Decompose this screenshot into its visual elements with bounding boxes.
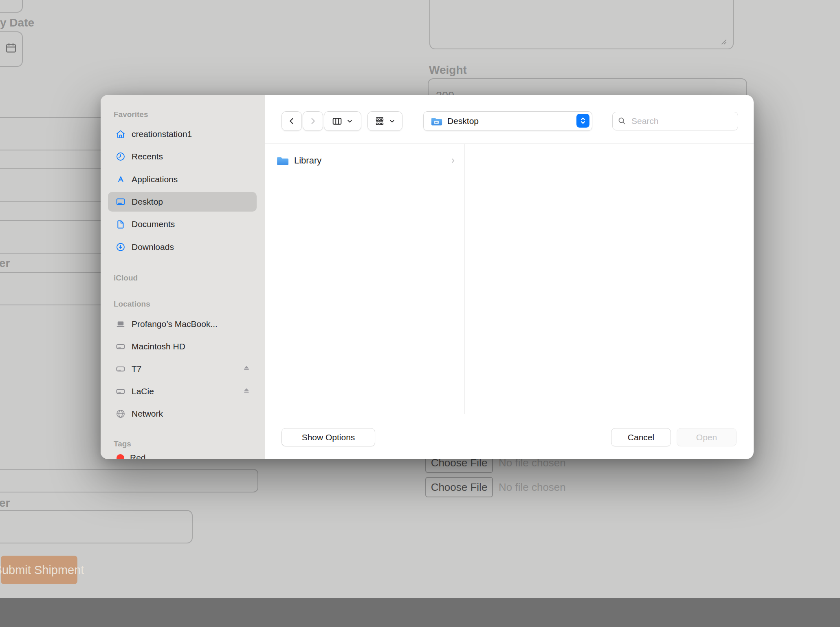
truncated-field-label: er: [0, 497, 10, 510]
hard-drive-icon: [115, 364, 126, 374]
favorites-header: Favorites: [114, 110, 148, 119]
notes-textarea[interactable]: [429, 0, 734, 49]
file-dialog: Favorites creationstation1 Recents Appli…: [101, 95, 754, 459]
file-row-library[interactable]: Library: [273, 150, 462, 171]
appstore-icon: [115, 174, 126, 185]
dialog-sidebar: Favorites creationstation1 Recents Appli…: [101, 95, 265, 459]
tags-header: Tags: [114, 439, 131, 448]
sidebar-item-t7[interactable]: T7: [108, 359, 257, 379]
globe-icon: [115, 408, 126, 419]
show-options-button[interactable]: Show Options: [281, 428, 375, 446]
column-view-icon: [332, 116, 343, 127]
toolbar-separator: [265, 144, 754, 144]
cancel-button[interactable]: Cancel: [611, 428, 671, 446]
sidebar-item-recents[interactable]: Recents: [108, 147, 257, 166]
resize-grip-icon[interactable]: [717, 35, 727, 45]
choose-file-button[interactable]: Choose File: [425, 477, 493, 497]
footer-separator: [265, 414, 754, 414]
partial-input-top-left[interactable]: [0, 0, 23, 13]
sidebar-item-desktop[interactable]: Desktop: [108, 192, 257, 212]
chevron-down-icon: [346, 117, 354, 125]
eject-icon[interactable]: [242, 364, 251, 373]
download-icon: [115, 242, 126, 252]
delivery-date-label: y Date: [0, 16, 34, 29]
chevron-left-icon: [287, 116, 297, 126]
location-label: Desktop: [447, 116, 479, 126]
sidebar-item-network[interactable]: Network: [108, 404, 257, 424]
search-field[interactable]: [612, 112, 738, 130]
location-stepper[interactable]: [576, 114, 589, 128]
clock-icon: [115, 151, 126, 162]
form-input-below-dialog[interactable]: [0, 469, 258, 492]
chevron-down-icon: [388, 117, 396, 125]
date-input[interactable]: [0, 31, 23, 67]
location-dropdown[interactable]: Desktop: [423, 111, 592, 131]
up-down-chevrons-icon: [578, 116, 588, 126]
sidebar-item-tag-red[interactable]: Red: [108, 448, 257, 459]
tracking-number-input[interactable]: [0, 510, 193, 543]
sidebar-item-macintosh-hd[interactable]: Macintosh HD: [108, 337, 257, 356]
icloud-header: iCloud: [114, 274, 138, 283]
eject-icon[interactable]: [242, 387, 251, 396]
document-icon: [115, 219, 126, 230]
open-button[interactable]: Open: [677, 428, 737, 446]
sidebar-item-lacie[interactable]: LaCie: [108, 382, 257, 401]
forward-button[interactable]: [303, 111, 323, 131]
hard-drive-icon: [115, 341, 126, 352]
locations-header: Locations: [114, 300, 150, 309]
chevron-right-icon: [308, 116, 318, 126]
submit-shipment-button[interactable]: Submit Shipment: [1, 556, 77, 584]
truncated-field-label: er: [0, 257, 10, 270]
sidebar-item-applications[interactable]: Applications: [108, 170, 257, 189]
sidebar-item-downloads[interactable]: Downloads: [108, 237, 257, 257]
hard-drive-icon: [115, 386, 126, 397]
grouping-icon: [374, 116, 385, 126]
weight-label: Weight: [429, 64, 467, 77]
folder-icon: [276, 154, 289, 167]
back-button[interactable]: [281, 111, 302, 131]
chevron-right-icon: [449, 157, 457, 164]
bottom-bar: [0, 598, 840, 627]
sidebar-item-documents[interactable]: Documents: [108, 214, 257, 234]
sidebar-item-creationstation1[interactable]: creationstation1: [108, 124, 257, 144]
view-mode-button[interactable]: [324, 111, 361, 131]
red-tag-icon: [117, 454, 124, 459]
group-by-button[interactable]: [367, 111, 402, 131]
file-chosen-status: No file chosen: [499, 481, 566, 494]
home-icon: [115, 129, 126, 139]
desktop-folder-icon: [430, 115, 442, 127]
calendar-icon[interactable]: [5, 42, 17, 54]
laptop-icon: [115, 319, 126, 329]
search-input[interactable]: [631, 116, 726, 126]
search-icon: [618, 117, 627, 126]
desktop-icon: [115, 196, 126, 207]
sidebar-item-macbook[interactable]: Profango’s MacBook...: [108, 314, 257, 334]
column-divider: [464, 144, 465, 414]
